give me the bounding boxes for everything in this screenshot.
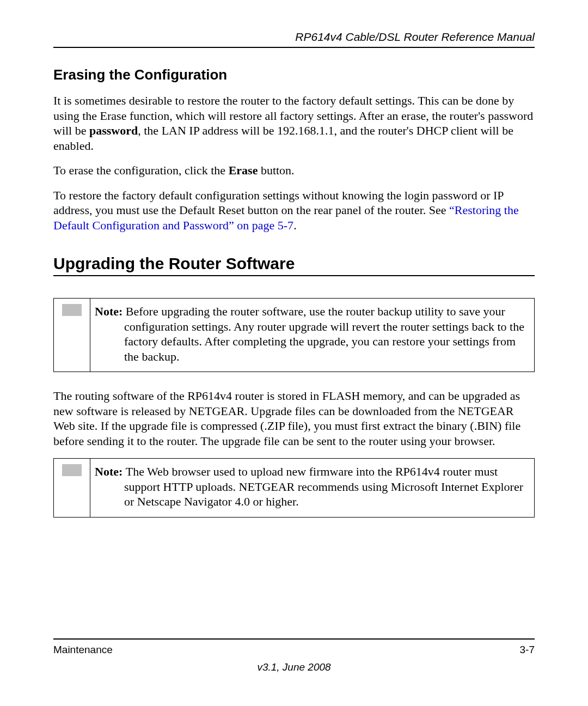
note-icon [62, 304, 82, 316]
para-restore-factory: To restore the factory default configura… [53, 188, 535, 233]
note-box-browser: Note: The Web browser used to upload new… [53, 458, 535, 518]
footer-page-number: 3-7 [520, 644, 535, 656]
note-text-cell: Note: Before upgrading the router softwa… [90, 299, 535, 372]
text-bold-password: password [89, 124, 138, 137]
footer-section-name: Maintenance [53, 644, 113, 656]
text: To erase the configuration, click the [53, 163, 229, 177]
para-flash-memory: The routing software of the RP614v4 rout… [53, 388, 535, 448]
text: button. [258, 163, 294, 177]
footer-version: v3.1, June 2008 [53, 661, 535, 673]
note-text-cell: Note: The Web browser used to upload new… [90, 459, 535, 518]
document-page: RP614v4 Cable/DSL Router Reference Manua… [0, 0, 588, 706]
para-erase-button: To erase the configuration, click the Er… [53, 163, 535, 178]
note-icon [62, 464, 82, 476]
note-icon-cell [54, 299, 90, 372]
heading-rule [53, 275, 535, 276]
note-body: The Web browser used to upload new firmw… [124, 465, 523, 508]
note-body: Before upgrading the router software, us… [124, 305, 524, 363]
page-footer: Maintenance 3-7 v3.1, June 2008 [53, 638, 535, 673]
header-rule [53, 47, 535, 48]
text: . [293, 218, 297, 232]
heading-erasing-config: Erasing the Configuration [53, 66, 535, 83]
heading-upgrading-software: Upgrading the Router Software [53, 254, 535, 273]
note-box-backup: Note: Before upgrading the router softwa… [53, 298, 535, 372]
running-header: RP614v4 Cable/DSL Router Reference Manua… [53, 31, 535, 44]
footer-rule [53, 638, 535, 640]
text: To restore the factory default configura… [53, 188, 504, 217]
text-bold-erase: Erase [229, 163, 258, 177]
para-erase-intro: It is sometimes desirable to restore the… [53, 93, 535, 153]
note-icon-cell [54, 459, 90, 518]
note-label: Note: [95, 305, 126, 318]
note-label: Note: [95, 465, 126, 478]
